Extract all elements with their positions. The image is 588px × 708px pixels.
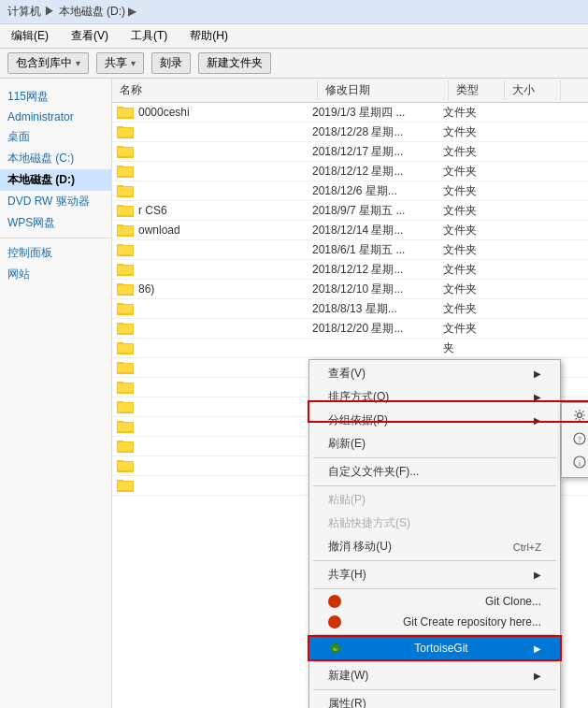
sidebar-item-c[interactable]: 本地磁盘 (C:): [0, 148, 111, 169]
table-row[interactable]: 0000ceshi2019/1/3 星期四 ...文件夹: [112, 103, 588, 123]
svg-rect-44: [118, 266, 133, 274]
submenu-arrow-icon: ▶: [534, 570, 541, 580]
about-icon: i: [573, 455, 586, 471]
file-type: 文件夹: [443, 203, 499, 219]
table-row[interactable]: 2018/8/13 星期...文件夹: [112, 299, 588, 319]
context-menu-item-new[interactable]: 新建(W)▶: [309, 664, 560, 687]
file-date: 2018/12/10 星期...: [312, 282, 443, 297]
submenu-item-help[interactable]: ? Help: [562, 428, 588, 452]
context-menu-label: 粘贴快捷方式(S): [328, 515, 410, 531]
folder-icon: [116, 359, 135, 376]
breadcrumb: 计算机 ▶ 本地磁盘 (D:) ▶: [7, 4, 136, 20]
folder-icon: [116, 202, 135, 219]
burn-button[interactable]: 刻录: [151, 52, 191, 74]
submenu-item-settings[interactable]: Settings: [562, 405, 588, 428]
share-button[interactable]: 共享 ▾: [96, 52, 144, 74]
menu-bar: 编辑(E) 查看(V) 工具(T) 帮助(H): [0, 24, 588, 49]
col-header-name[interactable]: 名称: [112, 80, 318, 100]
file-date: 2018/9/7 星期五 ...: [312, 203, 443, 219]
folder-icon: [116, 340, 135, 356]
folder-icon: [116, 241, 135, 258]
context-menu-shortcut: Ctrl+Z: [513, 542, 541, 553]
context-menu-item-git_create[interactable]: Git Create repository here...: [309, 612, 560, 632]
svg-rect-4: [118, 108, 133, 117]
include-library-button[interactable]: 包含到库中 ▾: [7, 52, 89, 74]
git-icon: [328, 615, 341, 629]
new-folder-button[interactable]: 新建文件夹: [198, 52, 271, 74]
file-type: 文件夹: [443, 105, 499, 121]
col-header-date[interactable]: 修改日期: [318, 80, 449, 100]
table-row[interactable]: r CS62018/9/7 星期五 ...文件夹: [112, 201, 588, 221]
sidebar-item-desktop[interactable]: 桌面: [0, 126, 111, 148]
svg-text:🐢: 🐢: [333, 645, 339, 652]
toolbar: 包含到库中 ▾ 共享 ▾ 刻录 新建文件夹: [0, 49, 588, 79]
svg-rect-34: [118, 226, 133, 235]
context-menu-separator: [313, 689, 556, 690]
context-menu-item-undo[interactable]: 撤消 移动(U)Ctrl+Z: [309, 535, 560, 558]
sidebar-separator: [0, 238, 111, 238]
submenu: Settings ? Help i About: [561, 402, 588, 478]
folder-icon: [116, 379, 135, 396]
context-menu-item-git_clone[interactable]: Git Clone...: [309, 591, 560, 612]
context-menu-item-properties[interactable]: 属性(R): [309, 692, 560, 708]
tortoisegit-icon: 🐢: [328, 641, 343, 656]
sidebar-item-administrator[interactable]: Administrator: [0, 108, 111, 126]
sidebar-item-wangpan[interactable]: 115网盘: [0, 86, 111, 108]
git-icon: [328, 595, 341, 608]
context-menu-item-share[interactable]: 共享(H)▶: [309, 563, 560, 586]
sidebar-item-website[interactable]: 网站: [0, 264, 111, 285]
submenu-arrow-icon: ▶: [534, 392, 541, 402]
sidebar-item-wps[interactable]: WPS网盘: [0, 212, 111, 234]
sidebar-item-d[interactable]: 本地磁盘 (D:): [0, 169, 111, 191]
file-date: 2018/12/17 星期...: [312, 144, 443, 160]
table-row[interactable]: 2018/12/20 星期...文件夹: [112, 319, 588, 339]
table-row[interactable]: 2018/12/17 星期...文件夹: [112, 142, 588, 162]
menu-view[interactable]: 查看(V): [67, 26, 112, 46]
context-menu-label: Git Clone...: [485, 595, 541, 608]
context-menu-item-tortoisegit[interactable]: 🐢 TortoiseGit▶: [309, 637, 560, 659]
menu-edit[interactable]: 编辑(E): [7, 26, 52, 46]
menu-help[interactable]: 帮助(H): [186, 26, 232, 46]
svg-rect-94: [118, 462, 133, 470]
svg-rect-74: [118, 383, 133, 392]
help-icon: ?: [573, 432, 586, 448]
context-menu-separator: [313, 560, 556, 561]
context-menu-item-refresh[interactable]: 刷新(E): [309, 432, 560, 455]
file-type: 夹: [443, 340, 499, 356]
sidebar-item-controlpanel[interactable]: 控制面板: [0, 242, 111, 264]
sidebar: 115网盘 Administrator 桌面 本地磁盘 (C:) 本地磁盘 (D…: [0, 79, 112, 708]
table-row[interactable]: ownload2018/12/14 星期...文件夹: [112, 221, 588, 240]
submenu-item-about[interactable]: i About: [562, 452, 588, 475]
col-header-type[interactable]: 类型: [449, 80, 505, 100]
context-menu-item-sort[interactable]: 排序方式(O)▶: [309, 385, 560, 409]
folder-icon: [116, 398, 135, 415]
table-row[interactable]: 2018/6/1 星期五 ...文件夹: [112, 240, 588, 260]
submenu-arrow-icon: ▶: [534, 671, 541, 681]
table-row[interactable]: 2018/12/12 星期...文件夹: [112, 162, 588, 181]
folder-icon: [116, 261, 135, 278]
sidebar-item-dvd[interactable]: DVD RW 驱动器: [0, 191, 111, 212]
context-menu-label: 刷新(E): [328, 436, 366, 452]
context-menu-separator: [313, 588, 556, 589]
svg-rect-54: [118, 305, 133, 313]
table-row[interactable]: 2018/12/6 星期...文件夹: [112, 181, 588, 201]
context-menu-label: 排序方式(O): [328, 389, 389, 405]
table-row[interactable]: 2018/12/28 星期...文件夹: [112, 123, 588, 142]
folder-icon: [116, 143, 135, 160]
folder-icon: [116, 163, 135, 180]
table-row[interactable]: 2018/12/12 星期...文件夹: [112, 260, 588, 280]
menu-tools[interactable]: 工具(T): [127, 26, 171, 46]
context-menu-item-group[interactable]: 分组依据(P)▶: [309, 409, 560, 432]
context-menu-item-paste_shortcut: 粘贴快捷方式(S): [309, 512, 560, 535]
main-area: 115网盘 Administrator 桌面 本地磁盘 (C:) 本地磁盘 (D…: [0, 79, 588, 708]
table-row[interactable]: 86)2018/12/10 星期...文件夹: [112, 280, 588, 299]
table-row[interactable]: 夹: [112, 339, 588, 358]
context-menu-item-view[interactable]: 查看(V)▶: [309, 362, 560, 385]
col-header-size[interactable]: 大小: [505, 80, 561, 100]
file-date: 2018/12/20 星期...: [312, 321, 443, 337]
file-date: 2018/12/12 星期...: [312, 262, 443, 278]
file-name: 0000ceshi: [135, 106, 312, 119]
context-menu-label: 分组依据(P): [328, 412, 388, 428]
svg-rect-59: [118, 325, 133, 333]
context-menu-item-customize[interactable]: 自定义文件夹(F)...: [309, 460, 560, 484]
